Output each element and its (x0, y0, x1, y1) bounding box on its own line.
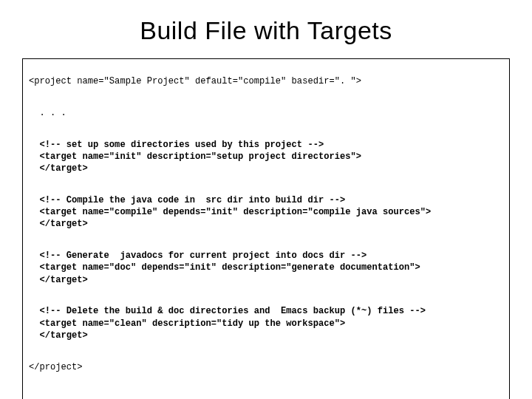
code-clean-close: </target> (29, 330, 88, 341)
code-clean-open: <target name="clean" description="tidy u… (29, 318, 345, 329)
code-project-close: </project> (29, 362, 83, 372)
code-doc-open: <target name="doc" depends="init" descri… (29, 262, 420, 273)
code-init-close: </target> (29, 163, 88, 174)
code-box: <project name="Sample Project" default="… (22, 58, 510, 399)
code-doc-comment: <!-- Generate javadocs for current proje… (29, 250, 366, 261)
code-project-open: <project name="Sample Project" default="… (29, 76, 361, 86)
code-ellipsis: . . . (29, 108, 66, 118)
code-compile-comment: <!-- Compile the java code in src dir in… (29, 195, 345, 205)
code-init-comment: <!-- set up some directories used by thi… (29, 140, 324, 150)
slide: Build File with Targets <project name="S… (0, 0, 532, 399)
code-compile-close: </target> (29, 219, 88, 229)
code-clean-comment: <!-- Delete the build & doc directories … (29, 306, 426, 316)
code-init-open: <target name="init" description="setup p… (29, 151, 361, 162)
slide-title: Build File with Targets (22, 16, 510, 45)
code-doc-close: </target> (29, 275, 88, 285)
code-compile-open: <target name="compile" depends="init" de… (29, 207, 431, 217)
